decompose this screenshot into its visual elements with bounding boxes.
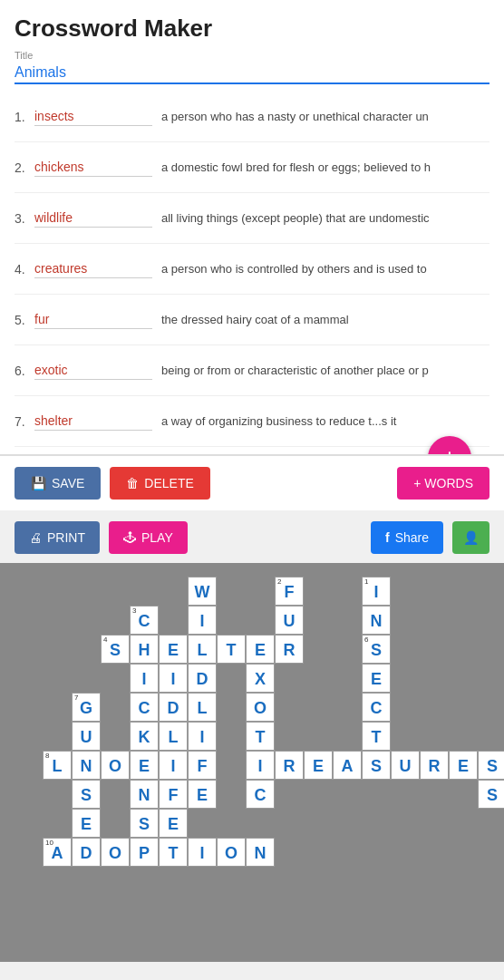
word-number: 7. xyxy=(15,414,34,429)
clue-text: all living things (except people) that a… xyxy=(161,211,489,225)
print-icon: 🖨 xyxy=(29,530,42,545)
word-input[interactable] xyxy=(34,361,152,380)
crossword-cell: S xyxy=(130,809,159,838)
crossword-cell: N xyxy=(362,606,391,635)
crossword-cell: X xyxy=(246,664,275,693)
crossword-cell: I xyxy=(188,838,217,867)
word-number: 4. xyxy=(15,262,34,277)
crossword-cell: E xyxy=(130,751,159,780)
crossword-cell: A xyxy=(333,751,362,780)
crossword-cell: C xyxy=(246,780,275,809)
crossword-cell: D xyxy=(188,664,217,693)
save-button[interactable]: 💾 SAVE xyxy=(15,467,101,500)
crossword-cell: I xyxy=(188,606,217,635)
crossword-cell: C xyxy=(130,693,159,722)
main-toolbar: 💾 SAVE 🗑 DELETE + WORDS xyxy=(0,455,504,510)
crossword-cell: E xyxy=(246,635,275,664)
word-number: 6. xyxy=(15,364,34,378)
title-label: Title xyxy=(15,50,489,61)
word-input[interactable] xyxy=(34,209,152,228)
crossword-cell: I xyxy=(130,664,159,693)
clue-text: the dressed hairy coat of a mammal xyxy=(161,313,489,326)
word-number: 3. xyxy=(15,211,34,226)
crossword-cell: E xyxy=(159,635,188,664)
clue-text: a person who is controlled by others and… xyxy=(161,262,489,276)
cell-number: 1 xyxy=(364,578,368,586)
play-button[interactable]: 🕹 PLAY xyxy=(109,521,188,554)
delete-button[interactable]: 🗑 DELETE xyxy=(110,467,209,500)
word-row: 7.a way of organizing business to reduce… xyxy=(15,396,489,447)
crossword-cell: I xyxy=(188,722,217,751)
word-number: 5. xyxy=(15,313,34,327)
crossword-cell: P xyxy=(130,838,159,867)
title-input[interactable] xyxy=(15,63,489,84)
facebook-icon: f xyxy=(385,530,390,545)
crossword-cell: I xyxy=(246,751,275,780)
crossword-cell: U xyxy=(275,606,304,635)
crossword-cell: T xyxy=(362,722,391,751)
crossword-cell: E xyxy=(159,809,188,838)
app-title: Crossword Maker xyxy=(15,15,489,43)
cell-number: 10 xyxy=(45,839,53,847)
crossword-cell: T xyxy=(217,635,246,664)
crossword-cell: D xyxy=(72,838,101,867)
word-input[interactable] xyxy=(34,107,152,126)
word-input[interactable] xyxy=(34,412,152,431)
crossword-cell: S xyxy=(72,780,101,809)
crossword-cell: L xyxy=(188,635,217,664)
print-button[interactable]: 🖨 PRINT xyxy=(15,521,100,554)
word-row: 1.a person who has a nasty or unethical … xyxy=(15,92,489,142)
crossword-cell: N xyxy=(72,751,101,780)
crossword-cell: U xyxy=(72,722,101,751)
top-panel: Crossword Maker Title 1.a person who has… xyxy=(0,0,504,455)
crossword-cell: 7G xyxy=(72,693,101,722)
crossword-cell: I xyxy=(159,664,188,693)
word-input[interactable] xyxy=(34,310,152,329)
crossword-cell: S xyxy=(478,751,504,780)
crossword-cell: O xyxy=(217,838,246,867)
add-words-button[interactable]: + WORDS xyxy=(397,467,489,500)
user-button[interactable]: 👤 xyxy=(452,521,489,554)
crossword-container: WILDLIFE2FUR1IN6SECTS3CHICKENS4SETEIDLIF… xyxy=(0,563,504,962)
crossword-cell: O xyxy=(246,693,275,722)
crossword-cell: 2F xyxy=(275,577,304,606)
crossword-cell: R xyxy=(275,635,304,664)
crossword-cell: U xyxy=(391,751,420,780)
crossword-cell: T xyxy=(159,838,188,867)
clue-text: being or from or characteristic of anoth… xyxy=(161,364,489,377)
save-icon: 💾 xyxy=(31,476,46,490)
crossword-cell: L xyxy=(159,722,188,751)
crossword-cell: O xyxy=(101,751,130,780)
delete-icon: 🗑 xyxy=(126,476,139,490)
cell-number: 4 xyxy=(103,636,107,644)
word-row: 6.being or from or characteristic of ano… xyxy=(15,345,489,396)
cell-number: 7 xyxy=(74,694,78,702)
word-row: 3.all living things (except people) that… xyxy=(15,193,489,244)
cell-number: 8 xyxy=(45,752,49,760)
crossword-cell: N xyxy=(246,838,275,867)
word-input[interactable] xyxy=(34,259,152,278)
crossword-cell: 10A xyxy=(43,838,72,867)
word-row: 2.a domestic fowl bred for flesh or eggs… xyxy=(15,142,489,193)
word-row: 4.a person who is controlled by others a… xyxy=(15,244,489,295)
crossword-cell: E xyxy=(362,664,391,693)
crossword-cell: 3C xyxy=(130,606,159,635)
clue-text: a way of organizing business to reduce t… xyxy=(161,414,489,428)
crossword-cell: E xyxy=(304,751,333,780)
crossword-cell: F xyxy=(188,751,217,780)
share-button[interactable]: f Share xyxy=(371,521,443,554)
cell-number: 3 xyxy=(132,607,136,615)
crossword-cell: O xyxy=(101,838,130,867)
crossword-cell: E xyxy=(72,809,101,838)
crossword-cell: S xyxy=(478,780,504,809)
word-input[interactable] xyxy=(34,158,152,177)
crossword-cell: 1I xyxy=(362,577,391,606)
crossword-cell: W xyxy=(188,577,217,606)
crossword-grid: WILDLIFE2FUR1IN6SECTS3CHICKENS4SETEIDLIF… xyxy=(9,572,504,876)
crossword-cell: 4S xyxy=(101,635,130,664)
word-number: 1. xyxy=(15,110,34,124)
crossword-cell: T xyxy=(246,722,275,751)
crossword-cell: K xyxy=(130,722,159,751)
crossword-cell: L xyxy=(188,693,217,722)
crossword-cell: N xyxy=(130,780,159,809)
